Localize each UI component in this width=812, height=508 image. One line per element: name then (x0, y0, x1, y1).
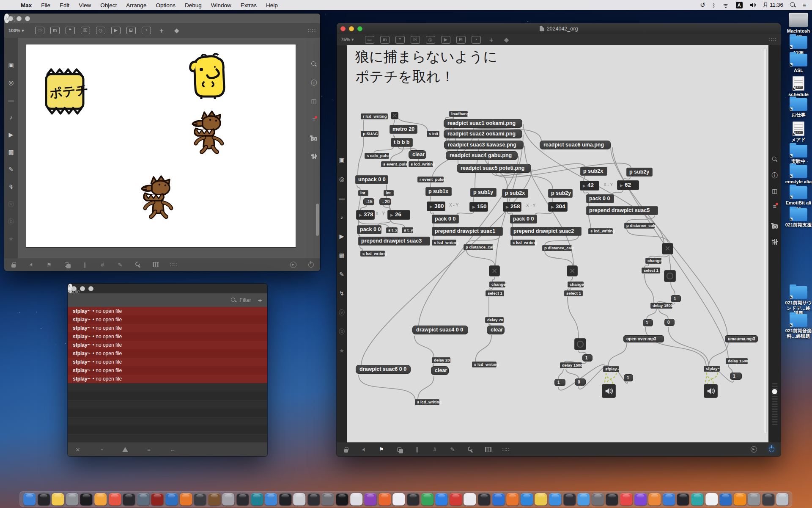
desktop-icon-021-[interactable]: 021前期支援 (785, 208, 812, 228)
suac-titlebar[interactable]: [SUAC] (4, 14, 9, 23)
patch-node-62[interactable]: ▶62 (617, 180, 639, 190)
desktop-icon-1106[interactable]: 1106 (785, 36, 812, 55)
close-button[interactable] (340, 26, 346, 31)
dock-app-5[interactable] (80, 493, 93, 505)
patch-node-sfplay-[interactable]: sfplay~ (603, 366, 619, 372)
dock-app-13[interactable] (194, 493, 206, 505)
film-icon[interactable]: ▶ (340, 233, 344, 239)
patch-palette-panel-icon[interactable]: ▭ (365, 36, 374, 44)
search-icon[interactable] (311, 61, 317, 67)
faders-icon[interactable] (772, 239, 776, 245)
dock-app-42[interactable] (606, 493, 618, 505)
spotlight-icon[interactable] (790, 2, 796, 8)
patch-node-change[interactable]: change (645, 258, 661, 264)
clock-icon[interactable]: ◔ (98, 446, 105, 453)
dock-app-44[interactable] (634, 493, 647, 505)
dock-app-35[interactable] (506, 493, 518, 505)
patch-node-readpict-suac1-ookami-png[interactable]: readpict suac1 ookami.png (444, 119, 522, 128)
image-icon[interactable]: ▩ (8, 149, 14, 155)
patch-node-open-over-mp3[interactable]: open over.mp3 (623, 335, 664, 342)
patch-palette-plus-icon[interactable]: ＋ (487, 36, 496, 44)
target-icon[interactable]: ◎ (339, 176, 344, 182)
console-log-row[interactable]: sfplay~ • no open file (68, 307, 267, 315)
patch-node-r-lcd-writing[interactable]: r lcd_writing (361, 113, 388, 119)
wrench-icon[interactable] (467, 446, 474, 453)
patch-node-304[interactable]: ▶304 (548, 202, 568, 212)
layers-icon[interactable] (396, 446, 403, 453)
target-icon[interactable]: ◎ (8, 80, 14, 86)
film-icon[interactable]: ▶ (9, 132, 14, 138)
console-log-row[interactable]: sfplay~ • no open file (68, 324, 267, 332)
patch-node-1[interactable]: 1 (624, 374, 633, 381)
menu-item-object[interactable]: Object (96, 2, 121, 8)
bluetooth-icon[interactable]: ᛒ (712, 2, 716, 8)
gain-slider-knob[interactable] (772, 389, 777, 394)
dock-app-53[interactable] (762, 493, 774, 505)
clip-icon[interactable]: ✎ (8, 166, 14, 172)
dock-app-27[interactable] (393, 493, 405, 505)
gain-slider[interactable] (772, 383, 777, 425)
suac-palette-comment-icon[interactable]: ❝ (66, 27, 75, 34)
dock-app-18[interactable] (265, 493, 277, 505)
dock-app-47[interactable] (677, 493, 689, 505)
patch-node-bang[interactable] (574, 338, 586, 350)
patch-node-prepend-drawpict-suac5[interactable]: prepend drawpict suac5 (586, 206, 658, 215)
dock-app-37[interactable] (535, 493, 547, 505)
menu-item-debug[interactable]: Debug (180, 2, 206, 8)
dock-app-36[interactable] (521, 493, 533, 505)
volume-icon[interactable] (749, 2, 756, 8)
console-log-row[interactable]: sfplay~ • no open file (68, 358, 267, 366)
minimize-button[interactable] (80, 286, 85, 291)
dock-app-11[interactable] (165, 493, 178, 505)
menu-item-arrange[interactable]: Arrange (121, 2, 151, 8)
dock-app-7[interactable] (109, 493, 121, 505)
patch-node-s-init[interactable]: s init (427, 131, 439, 137)
patch-node-toggle[interactable]: ✕ (662, 243, 673, 254)
desktop-icon-emotibit-alias[interactable]: EmotiBit alias (785, 186, 812, 211)
suac-palette-dial-icon[interactable]: ◎ (96, 27, 105, 34)
patch-node-26[interactable]: ▶26 (387, 210, 410, 220)
patch-node-loadbang[interactable]: loadbang (449, 111, 468, 117)
patch-node-s-t-x[interactable]: s t_x (386, 227, 398, 233)
patch-node-clear[interactable]: clear (409, 150, 426, 159)
plug-icon[interactable]: ↯ (8, 184, 14, 190)
suac-palette-m-icon[interactable]: m (50, 27, 60, 34)
patch-node-clear[interactable]: clear (431, 366, 449, 375)
patch-palette-paint-icon[interactable]: ◆ (502, 36, 511, 44)
patch-node-s-t-y[interactable]: s t_y (402, 227, 413, 233)
transport-icon[interactable]: ▶ (290, 261, 296, 268)
console-filter-input[interactable]: Filter (231, 297, 251, 303)
dock-app-51[interactable] (734, 493, 746, 505)
list-reddot-icon[interactable]: ≡ (312, 117, 315, 123)
desktop-icon--[interactable]: TEXTメアド (785, 121, 812, 143)
patch-node-0[interactable]: 0 (575, 378, 586, 386)
console-titlebar[interactable]: Max Console (68, 284, 73, 293)
lcd-canvas[interactable]: ポテチ (26, 44, 296, 248)
grid-icon[interactable]: # (431, 446, 438, 453)
dock-app-43[interactable] (620, 493, 632, 505)
patch-node-1[interactable]: 1 (730, 373, 742, 380)
back-arrow-icon[interactable]: ← (169, 446, 176, 453)
align-icon[interactable]: ∥ (414, 446, 420, 453)
zoom-button[interactable] (25, 16, 30, 21)
patch-node-0[interactable]: 0 (664, 319, 675, 326)
patch-node-umauma-mp3[interactable]: umauma.mp3 (725, 335, 758, 342)
patch-node-drawpict-suac4-0-0[interactable]: drawpict suac4 0 0 (412, 326, 468, 334)
patch-palette-comment-icon[interactable]: ❝ (395, 36, 405, 44)
dock-app-3[interactable] (52, 493, 64, 505)
warning-icon[interactable] (122, 446, 129, 453)
dock-app-45[interactable] (648, 493, 661, 505)
columns-icon[interactable]: ◫ (772, 188, 777, 194)
dock-app-23[interactable] (336, 493, 348, 505)
patch-node-delay-20[interactable]: delay 20 (432, 357, 450, 363)
desktop-icon-asl[interactable]: ASL (785, 54, 812, 73)
star-icon[interactable]: ★ (8, 236, 14, 242)
patch-node-pack-0-0[interactable]: pack 0 0 (357, 225, 381, 234)
patch-node-1[interactable]: 1 (643, 319, 653, 326)
beap-icon[interactable]: ⓑ (339, 329, 345, 334)
patch-node-delay-20[interactable]: delay 20 (485, 317, 504, 323)
zoom-button[interactable] (88, 286, 93, 291)
patch-node-1[interactable]: 1 (671, 295, 681, 302)
patch-node-select-1[interactable]: select 1 (564, 290, 583, 296)
patch-node-p-distance-calc[interactable]: p distance_calc (542, 245, 572, 251)
